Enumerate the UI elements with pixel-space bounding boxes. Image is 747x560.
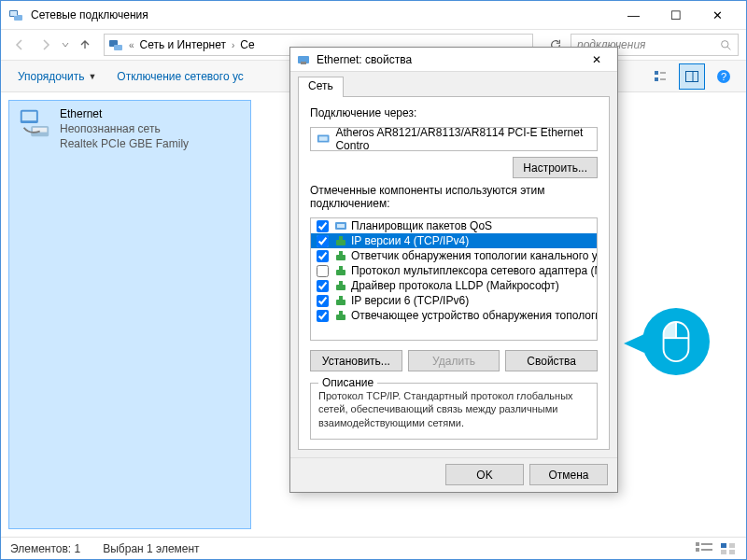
component-item[interactable]: Отвечающее устройство обнаружения тополо…: [311, 308, 597, 323]
mouse-callout: [642, 308, 710, 375]
protocol-icon: [334, 309, 347, 322]
svg-rect-24: [729, 543, 735, 548]
protocol-icon: [334, 219, 347, 232]
protocol-icon: [334, 294, 347, 307]
install-button[interactable]: Установить...: [310, 350, 402, 371]
svg-rect-36: [339, 251, 343, 256]
component-checkbox[interactable]: [317, 310, 329, 322]
dialog-close-button[interactable]: ✕: [582, 49, 612, 71]
component-item[interactable]: Протокол мультиплексора сетевого адаптер…: [311, 263, 597, 278]
component-item[interactable]: Планировщик пакетов QoS: [311, 218, 597, 233]
svg-rect-40: [339, 281, 343, 286]
maximize-button[interactable]: ☐: [655, 2, 697, 28]
component-label: Ответчик обнаружения топологии канальног…: [351, 249, 598, 262]
component-checkbox[interactable]: [317, 250, 329, 262]
view-dropdown-button[interactable]: [647, 63, 673, 90]
nav-up-button[interactable]: [74, 34, 96, 56]
dialog-title-bar: Ethernet: свойства ✕: [290, 48, 617, 72]
adapter-item-ethernet[interactable]: Ethernet Неопознанная сеть Realtek PCIe …: [8, 100, 251, 529]
mouse-icon: [659, 320, 693, 363]
search-icon: [720, 39, 732, 51]
component-label: Планировщик пакетов QoS: [351, 219, 492, 232]
dialog-footer: OK Отмена: [290, 457, 617, 492]
protocol-icon: [334, 264, 347, 277]
status-selected: Выбран 1 элемент: [103, 542, 199, 555]
preview-pane-button[interactable]: [679, 63, 705, 90]
svg-rect-23: [721, 543, 726, 548]
component-label: Протокол мультиплексора сетевого адаптер…: [351, 264, 598, 277]
network-connections-icon: [8, 7, 23, 22]
protocol-icon: [334, 234, 347, 247]
svg-text:?: ?: [721, 71, 726, 82]
svg-rect-28: [301, 62, 306, 64]
organize-label: Упорядочить: [18, 70, 84, 83]
close-button[interactable]: ✕: [697, 2, 739, 28]
ok-button[interactable]: OK: [445, 464, 524, 485]
properties-button[interactable]: Свойства: [505, 350, 598, 371]
svg-rect-20: [701, 543, 712, 545]
svg-rect-11: [686, 71, 698, 81]
title-bar: Сетевые подключения — ☐ ✕: [1, 1, 746, 29]
svg-rect-22: [701, 549, 712, 551]
ethernet-icon: [296, 52, 311, 67]
svg-rect-26: [729, 550, 735, 554]
configure-button[interactable]: Настроить...: [513, 157, 598, 178]
cancel-button[interactable]: Отмена: [529, 464, 608, 485]
svg-rect-4: [114, 45, 122, 50]
svg-rect-44: [339, 311, 343, 315]
chevron-down-icon: ▼: [88, 72, 96, 81]
svg-rect-7: [655, 71, 658, 75]
nav-forward-button[interactable]: [35, 34, 57, 56]
ethernet-properties-dialog: Ethernet: свойства ✕ Сеть Подключение че…: [289, 47, 618, 493]
svg-rect-16: [22, 112, 36, 121]
nav-history-chevron-icon[interactable]: [61, 40, 70, 49]
svg-line-6: [727, 47, 730, 49]
adapter-status: Неопознанная сеть: [60, 121, 189, 136]
svg-rect-19: [696, 542, 699, 546]
component-checkbox[interactable]: [317, 265, 329, 277]
window-title: Сетевые подключения: [31, 8, 613, 21]
svg-point-5: [722, 40, 728, 47]
svg-rect-2: [10, 11, 17, 16]
svg-rect-32: [337, 224, 345, 228]
tab-panel-network: Подключение через: Atheros AR8121/AR8113…: [298, 96, 610, 450]
nav-back-button[interactable]: [8, 34, 31, 56]
adapter-name: Ethernet: [60, 106, 189, 121]
svg-rect-25: [721, 550, 726, 554]
adapter-device: Realtek PCIe GBE Family: [60, 136, 189, 151]
components-list[interactable]: Планировщик пакетов QoSIP версии 4 (TCP/…: [310, 217, 598, 341]
nic-icon: [317, 133, 330, 146]
component-item[interactable]: Драйвер протокола LLDP (Майкрософт): [311, 278, 597, 293]
disable-device-button[interactable]: Отключение сетевого ус: [109, 66, 250, 87]
component-checkbox[interactable]: [317, 295, 329, 307]
chevron-right-icon: ›: [232, 40, 234, 50]
component-item[interactable]: IP версии 4 (TCP/IPv4): [311, 233, 597, 248]
component-checkbox[interactable]: [317, 220, 329, 232]
component-label: Отвечающее устройство обнаружения тополо…: [351, 309, 598, 322]
svg-rect-38: [339, 266, 343, 271]
disable-label: Отключение сетевого ус: [117, 70, 243, 83]
component-checkbox[interactable]: [317, 235, 329, 247]
large-icons-view-icon[interactable]: [720, 542, 737, 555]
help-button[interactable]: ?: [711, 63, 737, 90]
svg-rect-42: [339, 296, 343, 301]
adapter-name-box: Atheros AR8121/AR8113/AR8114 PCI-E Ether…: [310, 127, 598, 151]
breadcrumb-sep: «: [129, 40, 134, 50]
address-folder-icon: [108, 37, 123, 52]
status-count: Элементов: 1: [10, 542, 80, 555]
connect-using-label: Подключение через:: [310, 106, 598, 119]
ethernet-adapter-icon: [17, 106, 52, 142]
description-text: Протокол TCP/IP. Стандартный протокол гл…: [318, 389, 589, 429]
component-checkbox[interactable]: [317, 280, 329, 292]
component-label: Драйвер протокола LLDP (Майкрософт): [351, 279, 559, 292]
tab-network[interactable]: Сеть: [298, 77, 344, 97]
breadcrumb-part1[interactable]: Сеть и Интернет: [140, 38, 226, 51]
uninstall-button[interactable]: Удалить: [408, 350, 500, 371]
breadcrumb-part2[interactable]: Се: [240, 38, 254, 51]
details-view-icon[interactable]: [696, 542, 712, 555]
organize-menu[interactable]: Упорядочить ▼: [10, 66, 104, 87]
component-item[interactable]: Ответчик обнаружения топологии канальног…: [311, 248, 597, 263]
protocol-icon: [334, 279, 347, 292]
minimize-button[interactable]: —: [613, 2, 655, 28]
component-item[interactable]: IP версии 6 (TCP/IPv6): [311, 293, 597, 308]
